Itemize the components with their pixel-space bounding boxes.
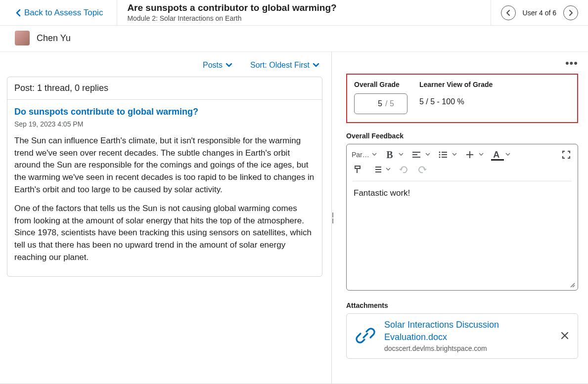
page-subtitle: Module 2: Solar Interactions on Earth [127, 14, 480, 22]
student-name: Chen Yu [37, 33, 71, 43]
pane-splitter[interactable] [329, 52, 336, 384]
chevron-left-icon [16, 9, 21, 17]
undo-icon [399, 166, 408, 173]
attachment-title-link[interactable]: Solar Interactions Discussion Evaluation… [384, 319, 552, 343]
back-link-label: Back to Assess Topic [24, 8, 103, 18]
svg-point-0 [439, 152, 440, 153]
grade-max-label: / 5 [385, 99, 394, 108]
format-painter-icon [354, 165, 362, 174]
svg-point-2 [439, 157, 440, 158]
format-painter-button[interactable] [352, 163, 364, 176]
avatar [15, 31, 30, 45]
grade-input[interactable] [360, 99, 382, 108]
plus-icon [466, 151, 474, 159]
close-icon [561, 332, 569, 340]
remove-attachment-button[interactable] [559, 330, 571, 341]
chevron-down-icon[interactable] [478, 153, 484, 157]
line-spacing-icon [372, 166, 382, 173]
chevron-down-icon[interactable] [371, 153, 377, 157]
undo-button[interactable] [397, 163, 410, 176]
student-row: Chen Yu [0, 26, 588, 52]
user-navigator: User 4 of 6 [491, 0, 588, 25]
bold-button[interactable]: B [383, 148, 396, 161]
overall-feedback-label: Overall Feedback [346, 132, 578, 140]
posts-label: Posts [203, 61, 223, 70]
chevron-down-icon [313, 63, 319, 68]
page-title: Are sunspots a contributor to global war… [127, 2, 480, 13]
title-block: Are sunspots a contributor to global war… [117, 0, 490, 25]
resize-handle[interactable] [569, 281, 576, 288]
post-paragraph: One of the factors that tells us the Sun… [14, 203, 315, 263]
expand-icon [562, 150, 571, 159]
line-spacing-button[interactable] [370, 163, 383, 176]
learner-grade-value: 5 / 5 - 100 % [419, 93, 493, 106]
attachments-label: Attachments [346, 301, 578, 309]
insert-button[interactable] [463, 148, 476, 161]
bullet-list-icon [439, 151, 448, 158]
left-pane: Posts Sort: Oldest First Post: 1 thread,… [0, 52, 329, 384]
font-format-button[interactable]: A [490, 148, 503, 161]
fullscreen-button[interactable] [560, 148, 573, 161]
chevron-right-icon [568, 9, 573, 16]
drag-handle-icon [332, 213, 333, 223]
attachment-domain: docscert.devlms.brightspace.com [384, 344, 552, 352]
user-count-label: User 4 of 6 [523, 9, 556, 17]
more-actions-button[interactable]: ••• [565, 58, 578, 69]
paragraph-style-dropdown[interactable]: Par… [352, 148, 369, 161]
redo-icon [418, 166, 427, 173]
chevron-down-icon [226, 63, 232, 68]
post-paragraph: The Sun can influence Earth's climate, b… [14, 135, 315, 196]
align-button[interactable] [410, 148, 423, 161]
align-left-icon [412, 151, 421, 158]
grade-block: Overall Grade / 5 Learner View of Grade … [346, 74, 578, 123]
chevron-down-icon[interactable] [505, 153, 511, 157]
redo-button[interactable] [416, 163, 429, 176]
back-to-assess-link[interactable]: Back to Assess Topic [0, 0, 117, 25]
post-text: The Sun can influence Earth's climate, b… [14, 135, 315, 263]
list-button[interactable] [437, 148, 450, 161]
next-user-button[interactable] [563, 5, 578, 20]
feedback-editor: Par… B [346, 144, 578, 291]
chevron-left-icon [506, 9, 511, 16]
right-pane: ••• Overall Grade / 5 Learner View of Gr… [336, 52, 588, 384]
chevron-down-icon[interactable] [398, 153, 404, 157]
chevron-down-icon[interactable] [452, 153, 457, 157]
post-summary: Post: 1 thread, 0 replies [7, 77, 322, 100]
editor-toolbar: Par… B [347, 144, 578, 163]
sort-dropdown[interactable]: Sort: Oldest First [250, 61, 319, 70]
resize-grip-icon [569, 281, 576, 288]
sort-label: Sort: Oldest First [250, 61, 310, 70]
post-title-link[interactable]: Do sunspots contribute to global warming… [14, 107, 315, 117]
chevron-down-icon[interactable] [385, 168, 391, 171]
prev-user-button[interactable] [501, 5, 516, 20]
post-timestamp: Sep 19, 2023 4:05 PM [14, 120, 315, 128]
post-card: Post: 1 thread, 0 replies Do sunspots co… [7, 77, 322, 277]
svg-point-1 [439, 154, 440, 156]
grade-input-wrap[interactable]: / 5 [354, 93, 407, 114]
overall-grade-label: Overall Grade [354, 81, 407, 88]
attachment-card: Solar Interactions Discussion Evaluation… [346, 313, 578, 359]
page-header: Back to Assess Topic Are sunspots a cont… [0, 0, 588, 26]
link-icon [354, 324, 377, 347]
posts-dropdown[interactable]: Posts [203, 61, 232, 70]
chevron-down-icon[interactable] [425, 153, 431, 157]
feedback-textarea[interactable]: Fantastic work! [347, 181, 578, 290]
learner-view-label: Learner View of Grade [419, 81, 493, 88]
